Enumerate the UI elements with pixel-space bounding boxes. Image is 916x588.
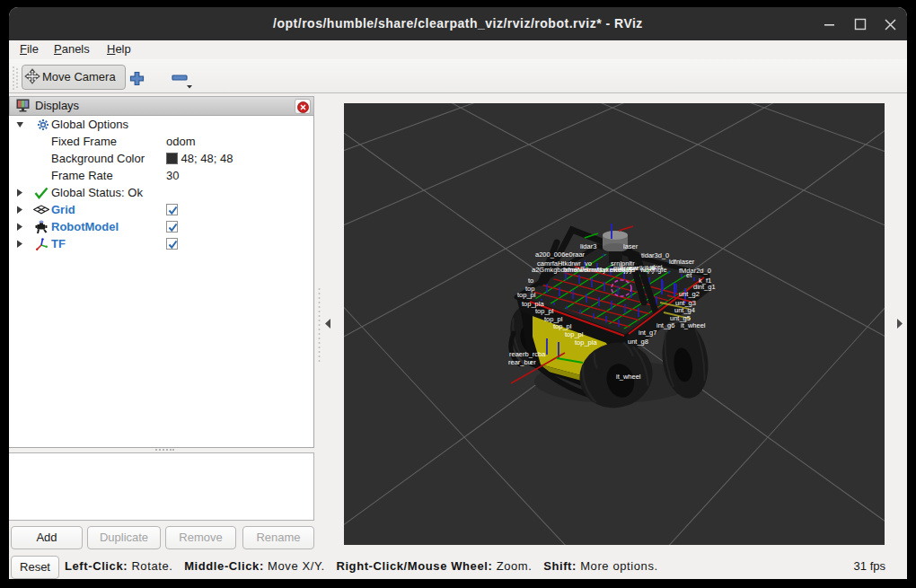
svg-text:wqxjhgfe: wqxjhgfe [639, 266, 667, 274]
svg-text:top_pla: top_pla [575, 338, 597, 347]
svg-text:unt_g4: unt_g4 [674, 306, 695, 314]
svg-text:tidar3d_0: tidar3d_0 [641, 251, 669, 259]
svg-text:top_pl: top_pl [565, 330, 584, 338]
svg-text:molkjuy: molkjuy [610, 266, 633, 274]
svg-text:er: er [530, 358, 536, 366]
svg-text:top_pl: top_pl [517, 291, 536, 299]
svg-text:laser: laser [623, 242, 639, 250]
svg-text:fMdar2d_0: fMdar2d_0 [679, 267, 711, 275]
svg-text:ldfnlaser: ldfnlaser [669, 258, 695, 266]
svg-text:it_wheel: it_wheel [616, 373, 641, 381]
svg-text:int_g7: int_g7 [639, 329, 656, 337]
svg-text:rear_bu: rear_bu [508, 358, 532, 366]
svg-text:unt_g2: unt_g2 [679, 290, 700, 298]
svg-text:to: to [528, 276, 533, 285]
svg-text:a200_006e0raar: a200_006e0raar [535, 250, 586, 259]
svg-text:top_pl: top_pl [553, 322, 572, 330]
svg-text:lidar3: lidar3 [580, 242, 596, 250]
svg-text:unt_g8: unt_g8 [628, 338, 648, 346]
svg-text:et: et [686, 271, 692, 279]
svg-text:reaerb_rcba: reaerb_rcba [509, 350, 546, 358]
svg-text:int_g6: int_g6 [656, 321, 674, 329]
svg-text:top_pl: top_pl [535, 307, 554, 315]
svg-text:it_wheel: it_wheel [681, 321, 706, 329]
